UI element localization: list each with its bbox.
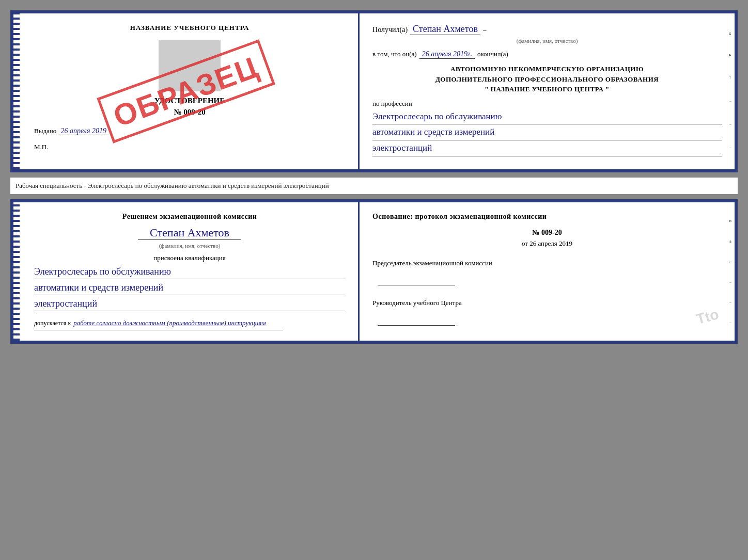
org-block: АВТОНОМНУЮ НЕКОММЕРЧЕСКУЮ ОРГАНИЗАЦИЮ ДО… <box>372 64 722 94</box>
right-panel-top: и а ← – – – Получил(а) Степан Ахметов – … <box>360 13 735 169</box>
po-professii: по профессии <box>372 100 722 108</box>
spine-r-d1: – <box>729 280 731 284</box>
rukovoditel-block: Руководитель учебного Центра <box>372 298 722 328</box>
ot-date: 26 апреля 2019 <box>529 239 572 247</box>
vydano-prefix: Выдано <box>34 127 56 135</box>
spine-r-d2: – <box>729 300 731 305</box>
spine-r-и: и <box>729 218 731 223</box>
separator-text: Рабочая специальность - Электрослесарь п… <box>10 178 738 194</box>
predsedatel-label: Председатель экзаменационной комиссии <box>372 258 722 268</box>
profession-line1: Электрослесарь по обслуживанию <box>372 110 722 125</box>
name-block-bottom: Степан Ахметов <box>34 226 345 240</box>
osnovanie-title: Основание: протокол экзаменационной коми… <box>372 213 722 221</box>
vtom-row: в том, что он(а) 26 апреля 2019г. окончи… <box>372 50 722 59</box>
profession-line3: электростанций <box>372 142 722 156</box>
bottom-document: Решением экзаменационной комиссии Степан… <box>10 199 738 344</box>
protocol-nomer: № 009-20 <box>372 229 722 237</box>
photo-placeholder <box>159 40 221 91</box>
qual-line3: электростанций <box>34 297 345 311</box>
top-document: НАЗВАНИЕ УЧЕБНОГО ЦЕНТРА УДОСТОВЕРЕНИЕ №… <box>10 10 738 172</box>
spine-text-и: и <box>728 33 733 35</box>
spine-text-left: ← <box>728 75 733 79</box>
fio-label-bottom: (фамилия, имя, отчество) <box>34 243 345 249</box>
vtom-suffix: окончил(а) <box>477 50 508 58</box>
fio-label-top: (фамилия, имя, отчество) <box>372 38 722 44</box>
dopuskaetsya-prefix: допускается к <box>34 319 71 327</box>
vydano-date: 26 апреля 2019 <box>58 127 109 135</box>
org-line2: ДОПОЛНИТЕЛЬНОГО ПРОФЕССИОНАЛЬНОГО ОБРАЗО… <box>372 74 722 85</box>
spine-dash3: – <box>729 146 731 150</box>
ot-prefix: от <box>522 239 528 247</box>
udostoverenie-label: УДОСТОВЕРЕНИЕ <box>34 97 345 105</box>
vydano-row: Выдано 26 апреля 2019 <box>34 127 345 135</box>
poluchil-prefix: Получил(а) <box>372 26 408 34</box>
page-wrapper: НАЗВАНИЕ УЧЕБНОГО ЦЕНТРА УДОСТОВЕРЕНИЕ №… <box>10 10 738 344</box>
rukovoditel-label: Руководитель учебного Центра <box>372 298 722 308</box>
spine-text-а: а <box>728 54 733 56</box>
bottom-left-panel: Решением экзаменационной комиссии Степан… <box>13 202 360 341</box>
org-line1: АВТОНОМНУЮ НЕКОММЕРЧЕСКУЮ ОРГАНИЗАЦИЮ <box>372 64 722 74</box>
protocol-date: от 26 апреля 2019 <box>372 239 722 248</box>
predsedatel-block: Председатель экзаменационной комиссии <box>372 258 722 288</box>
dopuskaetsya-text: работе согласно должностным (производств… <box>73 319 266 327</box>
resheniem-title: Решением экзаменационной комиссии <box>34 213 345 221</box>
nomer-top: № 009-20 <box>34 108 345 117</box>
spine-r-d3: – <box>729 321 731 325</box>
spine-dash2: – <box>729 122 731 126</box>
prisvoena: присвоена квалификация <box>34 254 345 262</box>
qual-line1: Электрослесарь по обслуживанию <box>34 265 345 279</box>
mp-label: М.П. <box>34 143 345 151</box>
qual-line2: автоматики и средств измерений <box>34 281 345 295</box>
poluchil-name: Степан Ахметов <box>410 24 480 35</box>
org-line3: " НАЗВАНИЕ УЧЕБНОГО ЦЕНТРА " <box>372 84 722 94</box>
spine-dash1: – <box>729 99 731 103</box>
org-name-top: НАЗВАНИЕ УЧЕБНОГО ЦЕНТРА <box>34 24 345 32</box>
dopuskaetsya-row: допускается к работе согласно должностны… <box>34 319 345 327</box>
qual-block-bottom: Электрослесарь по обслуживанию автоматик… <box>34 265 345 311</box>
profession-line2: автоматики и средств измерений <box>372 126 722 140</box>
left-panel-top: НАЗВАНИЕ УЧЕБНОГО ЦЕНТРА УДОСТОВЕРЕНИЕ №… <box>13 13 360 169</box>
poluchil-row: Получил(а) Степан Ахметов – <box>372 24 722 35</box>
spine-r-а: а <box>729 239 731 244</box>
profession-block: Электрослесарь по обслуживанию автоматик… <box>372 110 722 156</box>
spine-r-left: ← <box>728 260 733 264</box>
bottom-right-panel: и а ← – – – Основание: протокол экзамена… <box>360 202 735 341</box>
vtom-date: 26 апреля 2019г. <box>419 50 475 59</box>
predsedatel-line <box>378 285 455 285</box>
poluchil-dash: – <box>483 26 487 34</box>
rukovoditel-line <box>378 325 455 326</box>
vtom-prefix: в том, что он(а) <box>372 50 417 58</box>
bottom-name: Степан Ахметов <box>138 226 241 240</box>
